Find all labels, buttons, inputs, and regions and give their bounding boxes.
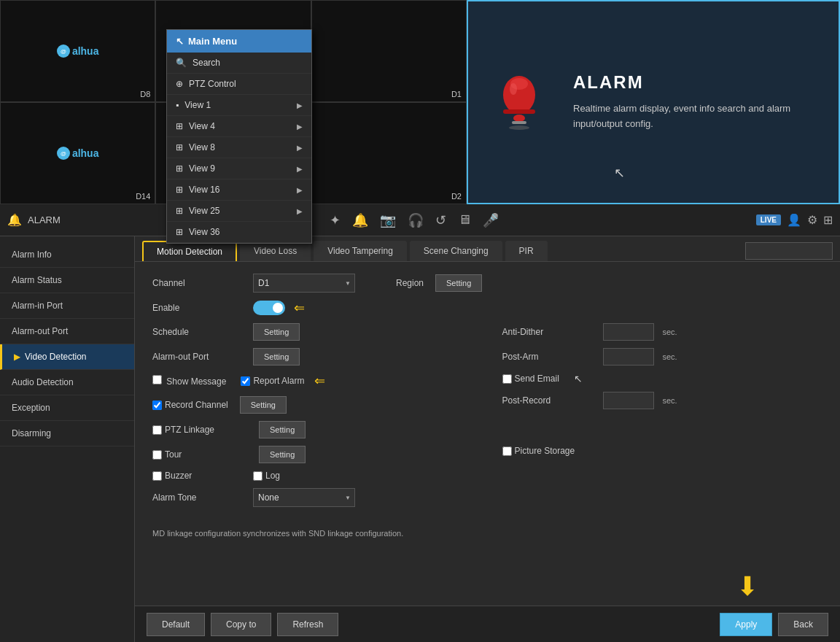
- svg-point-4: [510, 83, 517, 95]
- post-arm-input[interactable]: 10: [603, 348, 654, 366]
- menu-item-view25[interactable]: ⊞ View 25 ▶: [167, 201, 311, 222]
- view1-arrow-icon: ▶: [297, 101, 303, 109]
- settings-icon[interactable]: ⚙: [807, 213, 817, 227]
- record-channel-setting-button[interactable]: Setting: [240, 396, 287, 414]
- ptz-linkage-checkbox[interactable]: [152, 425, 162, 435]
- bottom-left-buttons: Default Copy to Refresh: [147, 613, 338, 636]
- menu-item-search[interactable]: 🔍 Search: [167, 53, 311, 74]
- toolbar: 🔔 ALARM ✦ 🔔 📷 🎧 ↺ 🖥 🎤 LIVE 👤 ⚙ ⊞: [0, 204, 840, 236]
- region-setting-button[interactable]: Setting: [435, 274, 482, 292]
- channel-select[interactable]: D1 D2: [253, 274, 355, 293]
- ptz-linkage-label: PTZ Linkage: [165, 425, 214, 435]
- menu-item-view36[interactable]: ⊞ View 36: [167, 222, 311, 243]
- anti-dither-input[interactable]: 5: [603, 323, 654, 341]
- monitor-icon[interactable]: 🖥: [458, 212, 471, 228]
- menu-item-view8[interactable]: ⊞ View 8 ▶: [167, 137, 311, 158]
- tab-extra-field: [745, 242, 833, 260]
- menu-item-view9[interactable]: ⊞ View 9 ▶: [167, 158, 311, 179]
- menu-item-view16[interactable]: ⊞ View 16 ▶: [167, 179, 311, 201]
- post-arm-row: Post-Arm 10 sec.: [502, 348, 823, 366]
- main-content-panel: Motion Detection Video Loss Video Tamper…: [135, 236, 840, 642]
- headphone-icon[interactable]: 🎤: [483, 212, 499, 228]
- sidebar-item-alarm-info[interactable]: Alarm Info: [0, 242, 134, 268]
- tab-scene-changing[interactable]: Scene Changing: [410, 241, 502, 261]
- cursor-icon: ↖: [176, 36, 184, 47]
- network-icon[interactable]: ✦: [330, 212, 341, 228]
- menu-item-ptz[interactable]: ⊕ PTZ Control: [167, 74, 311, 95]
- view4-icon: ⊞: [176, 121, 183, 131]
- enable-toggle[interactable]: [253, 301, 285, 315]
- camera-icon[interactable]: 📷: [380, 212, 396, 228]
- post-record-input[interactable]: 10: [603, 392, 654, 409]
- form-columns: Schedule Setting Alarm-out Port Setting: [152, 323, 822, 514]
- sidebar-item-exception[interactable]: Exception: [0, 395, 134, 421]
- menu-item-view4[interactable]: ⊞ View 4 ▶: [167, 116, 311, 137]
- tab-motion-detection[interactable]: Motion Detection: [142, 241, 237, 261]
- refresh-button[interactable]: Refresh: [277, 613, 338, 636]
- record-channel-row: Record Channel Setting: [152, 396, 473, 414]
- record-channel-label: Record Channel: [165, 400, 228, 410]
- post-record-row: Post-Record 10 sec.: [502, 392, 823, 409]
- form-right-col: Anti-Dither 5 sec. Post-Arm 10 sec.: [502, 323, 823, 514]
- user-icon[interactable]: 👤: [787, 213, 801, 227]
- view9-arrow-icon: ▶: [297, 165, 303, 173]
- view16-arrow-icon: ▶: [297, 186, 303, 194]
- camera-label-d8: D8: [140, 90, 150, 98]
- channel-select-wrapper: D1 D2: [253, 274, 355, 293]
- svg-rect-5: [512, 121, 526, 124]
- main-area: 🔔 ALARM ✦ 🔔 📷 🎧 ↺ 🖥 🎤 LIVE 👤 ⚙ ⊞ Alarm I…: [0, 204, 840, 642]
- report-alarm-checkbox[interactable]: [241, 376, 250, 386]
- form-left-col: Schedule Setting Alarm-out Port Setting: [152, 323, 473, 514]
- tab-video-tampering[interactable]: Video Tampering: [314, 241, 407, 261]
- view25-arrow-icon: ▶: [297, 207, 303, 215]
- sidebar-item-video-detection[interactable]: ▶ Video Detection: [0, 344, 134, 370]
- menu-search-label: Search: [192, 58, 220, 68]
- view16-icon: ⊞: [176, 185, 183, 195]
- alarm-text-area: ALARM Realtime alarm display, event info…: [573, 72, 824, 132]
- tab-pir[interactable]: PIR: [505, 241, 548, 261]
- show-message-checkbox[interactable]: [152, 375, 162, 384]
- sidebar-item-alarm-status[interactable]: Alarm Status: [0, 268, 134, 293]
- schedule-row: Schedule Setting: [152, 323, 473, 341]
- menu-view25-label: View 25: [189, 206, 219, 216]
- alarm-out-setting-button[interactable]: Setting: [253, 348, 300, 366]
- log-checkbox[interactable]: [253, 471, 262, 481]
- alarm-icon[interactable]: 🔔: [352, 212, 368, 228]
- ptz-linkage-setting-button[interactable]: Setting: [259, 421, 306, 438]
- picture-storage-checkbox[interactable]: [502, 446, 512, 456]
- view8-arrow-icon: ▶: [297, 144, 303, 152]
- alarm-bell-icon: [490, 73, 548, 131]
- tour-setting-button[interactable]: Setting: [259, 446, 306, 463]
- content-area: Alarm Info Alarm Status Alarm-in Port Al…: [0, 236, 840, 642]
- schedule-setting-button[interactable]: Setting: [253, 323, 300, 341]
- back-button[interactable]: Back: [778, 613, 828, 636]
- grid-view-icon[interactable]: ⊞: [823, 213, 833, 227]
- form-area: Channel D1 D2 Region Setting Enable: [135, 262, 840, 606]
- enable-arrow-indicator: ⇐: [294, 300, 305, 316]
- sidebar-item-alarm-in-port[interactable]: Alarm-in Port: [0, 293, 134, 319]
- context-menu-header[interactable]: ↖ Main Menu: [167, 30, 311, 53]
- apply-button[interactable]: Apply: [720, 613, 772, 636]
- menu-item-view1[interactable]: ▪ View 1 ▶: [167, 95, 311, 116]
- send-email-checkbox[interactable]: [502, 374, 512, 384]
- default-button[interactable]: Default: [147, 613, 205, 636]
- sidebar-item-disarming[interactable]: Disarming: [0, 421, 134, 446]
- refresh-icon[interactable]: ↺: [435, 212, 446, 228]
- alarm-icon-area: [483, 73, 556, 131]
- sidebar-item-alarm-out-port[interactable]: Alarm-out Port: [0, 319, 134, 344]
- show-report-row: Show Message Report Alarm ⇐: [152, 373, 473, 389]
- ptz-icon: ⊕: [176, 79, 183, 89]
- tab-video-loss[interactable]: Video Loss: [240, 241, 311, 261]
- view8-icon: ⊞: [176, 142, 183, 152]
- buzzer-checkbox[interactable]: [152, 471, 162, 481]
- enable-label: Enable: [152, 303, 247, 313]
- sidebar-item-audio-detection[interactable]: Audio Detection: [0, 370, 134, 395]
- view36-icon: ⊞: [176, 227, 183, 237]
- log-label: Log: [265, 471, 280, 481]
- view25-icon: ⊞: [176, 206, 183, 216]
- tour-checkbox[interactable]: [152, 450, 162, 460]
- copy-to-button[interactable]: Copy to: [211, 613, 271, 636]
- headset-icon[interactable]: 🎧: [408, 212, 424, 228]
- alarm-tone-select[interactable]: None: [253, 488, 355, 507]
- record-channel-checkbox[interactable]: [152, 401, 162, 410]
